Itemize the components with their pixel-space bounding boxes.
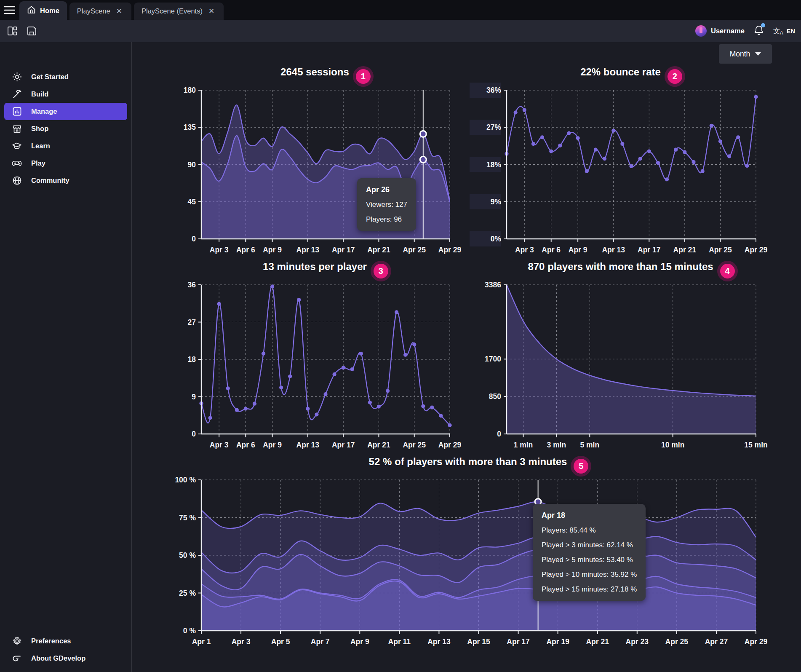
svg-text:135: 135 bbox=[184, 123, 196, 131]
svg-text:Apr 25: Apr 25 bbox=[403, 246, 426, 254]
chart-minutes-per-player: 13 minutes per player336271890Apr 3Apr 6… bbox=[201, 285, 450, 434]
chart-retention: 52 % of players with more than 3 minutes… bbox=[201, 480, 756, 631]
gamepad-icon bbox=[12, 158, 22, 169]
svg-text:25 %: 25 % bbox=[179, 589, 196, 597]
svg-text:Apr 3: Apr 3 bbox=[210, 441, 229, 449]
svg-text:Apr 29: Apr 29 bbox=[745, 637, 768, 646]
svg-text:0%: 0% bbox=[491, 235, 502, 243]
chart-sessions: 2645 sessions118013590450Apr 3Apr 6Apr 9… bbox=[201, 90, 450, 239]
sidebar-item-label: About GDevelop bbox=[31, 654, 85, 662]
svg-text:Apr 25: Apr 25 bbox=[665, 637, 689, 646]
chart-title: 52 % of players with more than 3 minutes… bbox=[201, 456, 756, 474]
storefront-icon bbox=[12, 124, 22, 134]
sidebar-item-get-started[interactable]: Get Started bbox=[4, 68, 127, 86]
svg-text:Apr 3: Apr 3 bbox=[515, 246, 534, 254]
svg-text:Apr 11: Apr 11 bbox=[388, 637, 411, 646]
sidebar-item-label: Shop bbox=[31, 125, 48, 133]
step-badge[interactable]: 2 bbox=[668, 69, 682, 84]
chart-tooltip: Apr 26Viewers: 127Players: 96 bbox=[357, 178, 416, 231]
sidebar-item-label: Preferences bbox=[31, 637, 71, 645]
sidebar-item-community[interactable]: Community bbox=[4, 172, 127, 189]
sidebar-item-label: Community bbox=[31, 177, 69, 185]
svg-text:5 min: 5 min bbox=[580, 441, 599, 449]
graduation-cap-icon bbox=[12, 141, 22, 151]
svg-text:0: 0 bbox=[192, 430, 196, 438]
svg-text:36: 36 bbox=[188, 281, 196, 289]
close-icon[interactable]: ✕ bbox=[207, 6, 216, 16]
chevron-down-icon bbox=[755, 52, 761, 56]
svg-text:Apr 21: Apr 21 bbox=[673, 246, 697, 254]
period-value: Month bbox=[730, 50, 750, 59]
svg-text:Apr 13: Apr 13 bbox=[602, 246, 625, 254]
svg-text:Apr 23: Apr 23 bbox=[626, 637, 649, 646]
save-icon[interactable] bbox=[24, 24, 39, 38]
svg-text:36%: 36% bbox=[486, 86, 501, 94]
close-icon[interactable]: ✕ bbox=[115, 6, 124, 16]
sidebar-item-preferences[interactable]: Preferences bbox=[4, 632, 127, 650]
svg-text:0: 0 bbox=[497, 430, 501, 438]
svg-text:27%: 27% bbox=[486, 123, 501, 131]
svg-text:9: 9 bbox=[192, 393, 196, 401]
svg-text:90: 90 bbox=[188, 161, 196, 169]
menu-icon[interactable] bbox=[0, 0, 19, 20]
svg-text:Apr 25: Apr 25 bbox=[709, 246, 732, 254]
sidebar-item-shop[interactable]: Shop bbox=[4, 120, 127, 137]
tab-label: PlayScene (Events) bbox=[142, 7, 203, 15]
svg-text:Apr 6: Apr 6 bbox=[236, 246, 255, 254]
panels-layout-icon[interactable] bbox=[5, 24, 19, 38]
period-dropdown[interactable]: Month bbox=[719, 44, 772, 64]
user-profile-button[interactable]: Username bbox=[695, 25, 745, 37]
svg-text:0: 0 bbox=[192, 235, 196, 243]
tab-playscene[interactable]: PlayScene ✕ bbox=[69, 3, 131, 20]
notifications-button[interactable] bbox=[754, 25, 764, 37]
svg-text:Apr 29: Apr 29 bbox=[745, 246, 768, 254]
svg-text:1 min: 1 min bbox=[514, 441, 533, 449]
svg-text:Apr 13: Apr 13 bbox=[296, 246, 320, 254]
sidebar-item-about[interactable]: About GDevelop bbox=[4, 650, 127, 667]
gdevelop-logo-icon bbox=[12, 653, 22, 664]
svg-text:100 %: 100 % bbox=[175, 476, 196, 484]
tab-bar: Home PlayScene ✕ PlayScene (Events) ✕ bbox=[0, 0, 801, 20]
sidebar-item-build[interactable]: Build bbox=[4, 86, 127, 103]
svg-text:Apr 17: Apr 17 bbox=[507, 637, 529, 646]
svg-text:Apr 13: Apr 13 bbox=[427, 637, 451, 646]
tab-home[interactable]: Home bbox=[19, 1, 67, 20]
svg-text:Apr 29: Apr 29 bbox=[438, 246, 462, 254]
svg-text:Apr 25: Apr 25 bbox=[403, 441, 426, 449]
sidebar-item-manage[interactable]: Manage bbox=[4, 103, 127, 120]
svg-text:Apr 1: Apr 1 bbox=[192, 637, 211, 646]
tab-label: Home bbox=[40, 7, 59, 15]
sidebar-item-label: Play bbox=[31, 159, 45, 167]
bar-chart-icon bbox=[12, 107, 22, 117]
tab-label: PlayScene bbox=[77, 7, 110, 15]
svg-text:Apr 21: Apr 21 bbox=[367, 246, 390, 254]
sidebar-item-play[interactable]: Play bbox=[4, 155, 127, 172]
language-selector[interactable]: 文A EN bbox=[773, 26, 795, 36]
svg-text:9%: 9% bbox=[491, 198, 502, 206]
step-badge[interactable]: 4 bbox=[720, 264, 735, 278]
sidebar-item-learn[interactable]: Learn bbox=[4, 137, 127, 155]
sidebar-item-label: Learn bbox=[31, 142, 50, 150]
svg-text:27: 27 bbox=[188, 318, 196, 327]
tab-playscene-events[interactable]: PlayScene (Events) ✕ bbox=[134, 3, 224, 20]
sidebar-item-label: Build bbox=[31, 90, 48, 98]
username-label: Username bbox=[711, 27, 745, 35]
svg-text:Apr 19: Apr 19 bbox=[546, 637, 569, 646]
svg-text:180: 180 bbox=[184, 86, 196, 94]
svg-text:Apr 9: Apr 9 bbox=[569, 246, 587, 254]
svg-text:Apr 3: Apr 3 bbox=[210, 246, 229, 254]
svg-text:3386: 3386 bbox=[485, 281, 501, 289]
sidebar-item-label: Get Started bbox=[31, 73, 69, 81]
svg-text:15 min: 15 min bbox=[744, 441, 767, 449]
svg-text:Apr 6: Apr 6 bbox=[236, 441, 255, 449]
svg-text:3 min: 3 min bbox=[547, 441, 566, 449]
step-badge[interactable]: 3 bbox=[374, 264, 388, 278]
svg-text:10 min: 10 min bbox=[661, 441, 684, 449]
svg-text:Apr 17: Apr 17 bbox=[638, 246, 660, 254]
language-code: EN bbox=[787, 28, 795, 35]
svg-text:Apr 7: Apr 7 bbox=[311, 637, 330, 646]
step-badge[interactable]: 1 bbox=[356, 69, 371, 84]
svg-text:Apr 5: Apr 5 bbox=[271, 637, 290, 646]
step-badge[interactable]: 5 bbox=[574, 459, 588, 474]
svg-text:Apr 29: Apr 29 bbox=[438, 441, 462, 449]
